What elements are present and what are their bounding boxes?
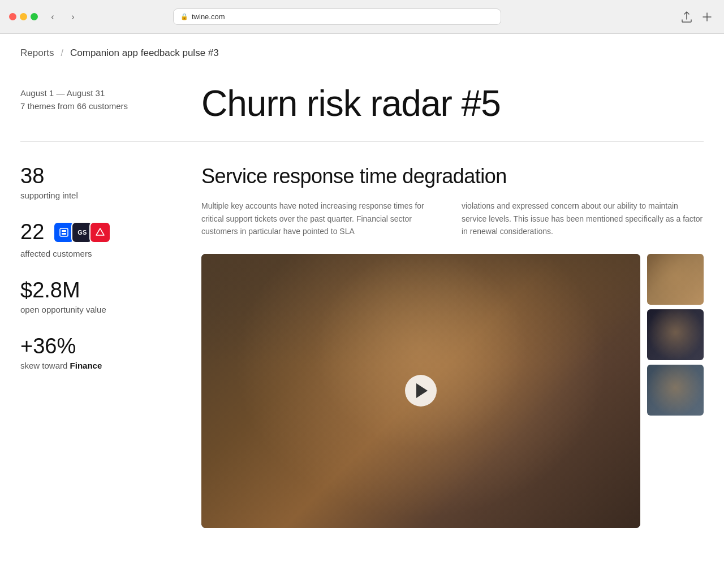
affected-customers-count: 22 xyxy=(20,220,44,244)
stat-affected-customers: 22 GS xyxy=(20,220,179,258)
svg-rect-0 xyxy=(60,228,68,236)
desc-right: violations and expressed concern about o… xyxy=(462,200,704,237)
customer-logos: GS xyxy=(53,222,111,243)
share-button[interactable] xyxy=(679,9,695,25)
opportunity-value: $2.8M xyxy=(20,279,179,302)
svg-rect-1 xyxy=(62,230,66,232)
play-icon xyxy=(416,383,428,398)
address-bar[interactable]: 🔒 twine.com xyxy=(173,8,501,25)
breadcrumb: Reports / Companion app feedback pulse #… xyxy=(0,34,724,70)
supporting-intel-count: 38 xyxy=(20,165,179,188)
browser-actions xyxy=(679,9,715,25)
stat-with-logo: 22 GS xyxy=(20,220,179,247)
affected-customers-label: affected customers xyxy=(20,249,179,258)
breadcrumb-separator: / xyxy=(61,48,63,58)
thumb-3-face xyxy=(647,365,704,416)
main-video[interactable] xyxy=(201,254,640,528)
theme-description: Multiple key accounts have noted increas… xyxy=(201,200,704,237)
themes-info: 7 themes from 66 customers xyxy=(20,101,179,111)
thumbnail-3[interactable] xyxy=(647,365,704,416)
url-text: twine.com xyxy=(192,12,225,21)
page-content: Reports / Companion app feedback pulse #… xyxy=(0,34,724,528)
new-tab-button[interactable] xyxy=(699,9,715,25)
browser-chrome: ‹ › 🔒 twine.com xyxy=(0,0,724,34)
stat-supporting-intel: 38 supporting intel xyxy=(20,165,179,200)
breadcrumb-parent-link[interactable]: Reports xyxy=(20,47,54,59)
thumbnail-strip xyxy=(647,254,704,528)
date-range: August 1 — August 31 xyxy=(20,88,179,98)
lock-icon: 🔒 xyxy=(180,13,188,20)
opportunity-label: open opportunity value xyxy=(20,305,179,314)
forward-button[interactable]: › xyxy=(65,9,81,25)
report-title: Churn risk radar #5 xyxy=(201,84,704,123)
browser-nav: ‹ › xyxy=(45,9,81,25)
desc-left: Multiple key accounts have noted increas… xyxy=(201,200,443,237)
dot-green[interactable] xyxy=(31,13,38,20)
skew-label: skew toward Finance xyxy=(20,361,179,370)
header-meta: August 1 — August 31 7 themes from 66 cu… xyxy=(20,84,179,123)
breadcrumb-current: Companion app feedback pulse #3 xyxy=(70,47,219,59)
stat-opportunity-value: $2.8M open opportunity value xyxy=(20,279,179,314)
media-section xyxy=(201,254,704,528)
theme-title: Service response time degradation xyxy=(201,165,704,188)
browser-dots xyxy=(9,13,38,20)
main-section: 38 supporting intel 22 xyxy=(0,142,724,528)
customer-logo-3 xyxy=(89,222,111,243)
supporting-intel-label: supporting intel xyxy=(20,191,179,200)
skew-label-text: skew toward xyxy=(20,361,70,370)
skew-bold-text: Finance xyxy=(70,361,102,370)
svg-rect-2 xyxy=(62,233,66,235)
play-button[interactable] xyxy=(405,375,437,407)
left-panel: 38 supporting intel 22 xyxy=(20,165,179,528)
thumb-1-face xyxy=(647,254,704,305)
thumbnail-1[interactable] xyxy=(647,254,704,305)
header-section: August 1 — August 31 7 themes from 66 cu… xyxy=(0,70,724,141)
back-button[interactable]: ‹ xyxy=(45,9,61,25)
stat-skew: +36% skew toward Finance xyxy=(20,335,179,370)
skew-value: +36% xyxy=(20,335,179,358)
right-panel: Service response time degradation Multip… xyxy=(201,165,704,528)
dot-red[interactable] xyxy=(9,13,16,20)
thumb-2-face xyxy=(647,309,704,360)
thumbnail-2[interactable] xyxy=(647,309,704,360)
svg-marker-3 xyxy=(96,228,104,235)
dot-yellow[interactable] xyxy=(20,13,27,20)
